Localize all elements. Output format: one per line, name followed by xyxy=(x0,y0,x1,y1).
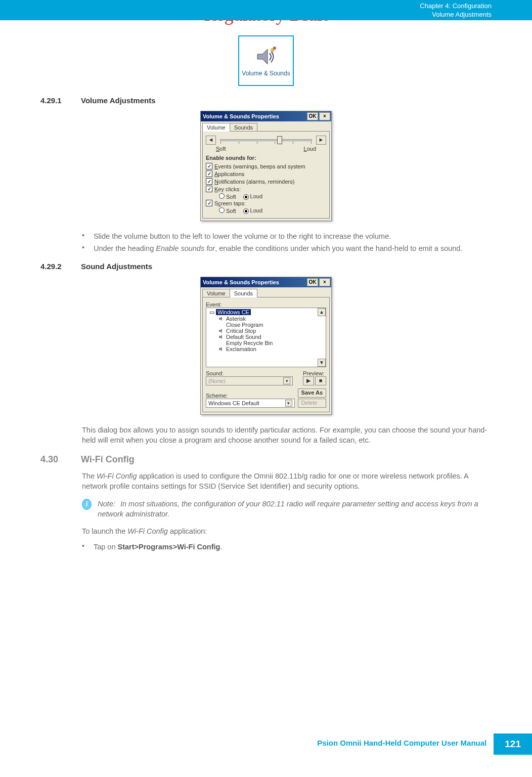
tree-item[interactable]: Empty Recycle Bin xyxy=(226,340,273,346)
scheme-label: Scheme: xyxy=(206,393,295,399)
svg-marker-6 xyxy=(219,347,222,351)
chevron-down-icon: ▾ xyxy=(283,377,290,384)
preview-stop-button[interactable]: ■ xyxy=(315,376,326,385)
footer: Psion Omnii Hand-Held Computer User Manu… xyxy=(310,733,532,755)
volume-slider[interactable] xyxy=(220,139,312,141)
radio-key-soft-label: Soft xyxy=(226,194,236,200)
dialog1-tab-sounds[interactable]: Sounds xyxy=(230,123,257,132)
dialog2-title: Volume & Sounds Properties xyxy=(203,279,306,285)
volume-sounds-label: Volume & Sounds xyxy=(242,70,290,77)
section-4-29-1-title: Volume Adjustments xyxy=(81,96,156,105)
chk-key[interactable]: ✓ xyxy=(206,186,212,192)
bullet-dot: • xyxy=(82,231,84,241)
svg-point-2 xyxy=(273,47,276,50)
tree-item[interactable]: Default Sound xyxy=(226,334,261,340)
bullet-2-text: Under the heading Enable sounds for, ena… xyxy=(94,243,463,253)
footer-page-number: 121 xyxy=(494,733,532,755)
section-4-30-num: 4.30 xyxy=(40,454,71,465)
launch-bullet: Tap on Start>Programs>Wi-Fi Config. xyxy=(94,542,223,552)
save-as-button[interactable]: Save As xyxy=(298,388,326,398)
header-chapter: Chapter 4: Configuration xyxy=(420,2,492,11)
volume-increase-button[interactable]: ► xyxy=(316,136,326,145)
bullet-dot: • xyxy=(82,542,84,552)
bullet-1-text: Slide the volume button to the left to l… xyxy=(94,231,391,241)
info-icon: i xyxy=(82,499,92,510)
header-subtitle: Volume Adjustments xyxy=(420,11,492,19)
scroll-up-button[interactable]: ▲ xyxy=(318,308,326,316)
tree-root[interactable]: Windows CE xyxy=(216,309,251,315)
dialog2-tab-sounds[interactable]: Sounds xyxy=(230,289,257,297)
chevron-down-icon: ▾ xyxy=(285,400,292,407)
volume-properties-dialog: Volume & Sounds Properties OK × Volume S… xyxy=(200,111,332,221)
chk-screen-label: Screen taps: xyxy=(214,200,246,206)
radio-key-loud[interactable] xyxy=(243,194,249,200)
dialog1-tab-volume[interactable]: Volume xyxy=(202,123,230,132)
chk-events[interactable]: ✓ xyxy=(206,163,212,169)
sound-icon xyxy=(218,347,225,352)
launch-text: To launch the Wi-Fi Config application: xyxy=(82,526,492,536)
sound-icon xyxy=(218,334,225,339)
section-4-29-1-num: 4.29.1 xyxy=(40,96,71,105)
section-4-29-2-num: 4.29.2 xyxy=(40,262,71,271)
dialog1-close-button[interactable]: × xyxy=(319,112,330,120)
bullet-dot: • xyxy=(82,243,84,253)
dialog1-ok-button[interactable]: OK xyxy=(307,112,318,120)
preview-play-button[interactable]: ▶ xyxy=(303,376,314,385)
slider-label-loud: Loud xyxy=(304,146,316,152)
header-strip: Chapter 4: Configuration Volume Adjustme… xyxy=(0,0,532,20)
scheme-combo[interactable]: Windows CE Default▾ xyxy=(206,399,295,408)
dialog1-title: Volume & Sounds Properties xyxy=(203,113,306,119)
chk-apps[interactable]: ✓ xyxy=(206,170,212,177)
note-text: Note:In most situations, the configurati… xyxy=(98,499,492,520)
dialog2-close-button[interactable]: × xyxy=(319,278,330,286)
preview-label: Preview: xyxy=(303,370,326,376)
section-4-30-title: Wi-Fi Config xyxy=(81,454,135,465)
svg-marker-5 xyxy=(219,335,222,339)
chk-key-label: Key clicks: xyxy=(214,186,241,192)
dialog2-tab-volume[interactable]: Volume xyxy=(202,289,230,297)
slider-label-soft: Soft xyxy=(216,146,226,152)
section-4-29-2-title: Sound Adjustments xyxy=(81,262,152,271)
dialog2-ok-button[interactable]: OK xyxy=(307,278,318,286)
enable-sounds-heading: Enable sounds for: xyxy=(206,155,326,161)
footer-title: Psion Omnii Hand-Held Computer User Manu… xyxy=(310,733,494,755)
sounds-paragraph: This dialog box allows you to assign sou… xyxy=(82,425,492,446)
radio-screen-loud-label: Loud xyxy=(250,207,262,213)
radio-key-soft[interactable] xyxy=(219,193,225,199)
volume-sounds-icon-tile[interactable]: Volume & Sounds xyxy=(238,35,294,86)
tree-item[interactable]: Close Program xyxy=(226,322,263,328)
delete-button[interactable]: Delete xyxy=(298,399,326,408)
wifi-paragraph: The Wi-Fi Config application is used to … xyxy=(82,471,492,492)
sound-icon xyxy=(218,328,225,333)
chk-screen[interactable]: ✓ xyxy=(206,200,212,206)
radio-key-loud-label: Loud xyxy=(250,193,262,199)
chk-apps-label: Applications xyxy=(214,171,244,177)
radio-screen-soft-label: Soft xyxy=(226,208,236,214)
scroll-down-button[interactable]: ▼ xyxy=(318,359,326,367)
tree-item[interactable]: Asterisk xyxy=(226,316,246,322)
chk-events-label: Events (warnings, beeps and system xyxy=(214,163,305,169)
radio-screen-loud[interactable] xyxy=(243,208,249,214)
volume-slider-thumb[interactable] xyxy=(277,136,282,144)
svg-marker-4 xyxy=(219,329,222,333)
volume-decrease-button[interactable]: ◄ xyxy=(206,136,216,145)
tree-item[interactable]: Exclamation xyxy=(226,346,256,352)
svg-marker-3 xyxy=(219,317,222,321)
sound-label: Sound: xyxy=(206,370,293,376)
svg-marker-0 xyxy=(257,49,268,64)
sound-icon xyxy=(218,316,225,321)
tree-item[interactable]: Critical Stop xyxy=(226,328,256,334)
radio-screen-soft[interactable] xyxy=(219,207,225,213)
chk-notif-label: Notifications (alarms, reminders) xyxy=(214,179,294,185)
speaker-icon xyxy=(253,44,279,69)
sounds-properties-dialog: Volume & Sounds Properties OK × Volume S… xyxy=(200,277,332,415)
chk-notif[interactable]: ✓ xyxy=(206,178,212,185)
event-label: Event: xyxy=(206,301,326,308)
event-tree[interactable]: ▭Windows CE Asterisk Close Program Criti… xyxy=(206,308,326,367)
sound-combo[interactable]: (None)▾ xyxy=(206,376,293,385)
